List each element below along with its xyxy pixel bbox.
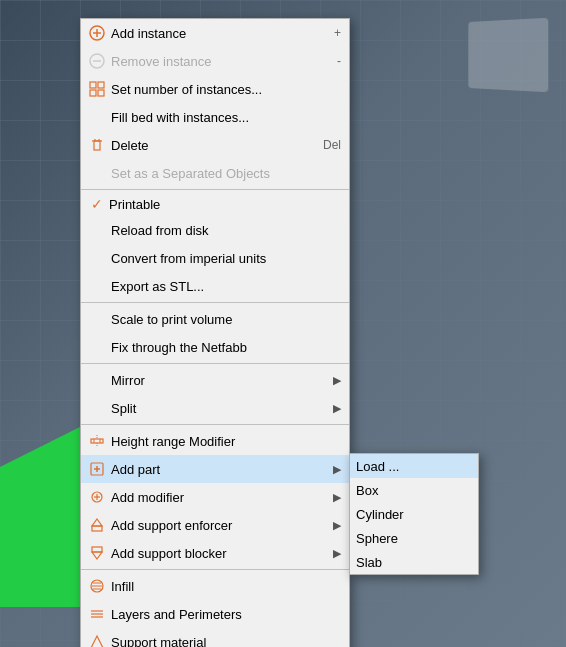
delete-icon (87, 135, 107, 155)
height-range-item[interactable]: Height range Modifier (81, 427, 349, 455)
support-material-icon (87, 632, 107, 647)
reload-item[interactable]: Reload from disk (81, 216, 349, 244)
add-modifier-arrow: ▶ (333, 491, 341, 504)
add-modifier-item[interactable]: Add modifier ▶ (81, 483, 349, 511)
delete-shortcut: Del (323, 138, 341, 152)
svg-rect-13 (91, 439, 103, 443)
submenu-sphere-label: Sphere (356, 531, 470, 546)
remove-instance-shortcut: - (337, 54, 341, 68)
convert-imperial-label: Convert from imperial units (111, 251, 341, 266)
mirror-item[interactable]: Mirror ▶ (81, 366, 349, 394)
fix-netfabb-icon (87, 337, 107, 357)
add-part-arrow: ▶ (333, 463, 341, 476)
printable-item[interactable]: ✓ Printable (81, 192, 349, 216)
context-menu: Add instance + Remove instance - Set num… (80, 18, 350, 647)
printable-check: ✓ (87, 196, 107, 212)
split-label: Split (111, 401, 325, 416)
support-material-item[interactable]: Support material (81, 628, 349, 647)
export-stl-item[interactable]: Export as STL... (81, 272, 349, 300)
fill-bed-label: Fill bed with instances... (111, 110, 341, 125)
svg-rect-6 (98, 82, 104, 88)
layers-icon (87, 604, 107, 624)
separator-4 (81, 424, 349, 425)
add-part-icon (87, 459, 107, 479)
submenu-slab-label: Slab (356, 555, 470, 570)
height-range-label: Height range Modifier (111, 434, 341, 449)
export-stl-icon (87, 276, 107, 296)
add-support-enforcer-icon (87, 515, 107, 535)
add-support-blocker-icon (87, 543, 107, 563)
set-separated-item[interactable]: Set as a Separated Objects (81, 159, 349, 187)
add-instance-item[interactable]: Add instance + (81, 19, 349, 47)
separator-3 (81, 363, 349, 364)
submenu-slab-item[interactable]: Slab (350, 550, 478, 574)
add-support-enforcer-label: Add support enforcer (111, 518, 325, 533)
svg-marker-27 (92, 552, 102, 559)
add-instance-icon (87, 23, 107, 43)
submenu-load-item[interactable]: Load ... (350, 454, 478, 478)
set-number-item[interactable]: Set number of instances... (81, 75, 349, 103)
mirror-label: Mirror (111, 373, 325, 388)
separator-1 (81, 189, 349, 190)
svg-rect-9 (94, 141, 100, 150)
split-arrow: ▶ (333, 402, 341, 415)
scale-print-item[interactable]: Scale to print volume (81, 305, 349, 333)
svg-marker-25 (92, 519, 102, 526)
reload-icon (87, 220, 107, 240)
submenu-box-item[interactable]: Box (350, 478, 478, 502)
add-support-blocker-label: Add support blocker (111, 546, 325, 561)
fix-netfabb-label: Fix through the Netfabb (111, 340, 341, 355)
set-separated-icon (87, 163, 107, 183)
infill-icon (87, 576, 107, 596)
split-item[interactable]: Split ▶ (81, 394, 349, 422)
svg-rect-8 (98, 90, 104, 96)
scale-print-label: Scale to print volume (111, 312, 341, 327)
svg-rect-26 (92, 547, 102, 552)
fill-bed-item[interactable]: Fill bed with instances... (81, 103, 349, 131)
3d-object (468, 18, 548, 92)
layers-perimeters-item[interactable]: Layers and Perimeters (81, 600, 349, 628)
mirror-icon (87, 370, 107, 390)
delete-item[interactable]: Delete Del (81, 131, 349, 159)
infill-label: Infill (111, 579, 341, 594)
printable-label: Printable (109, 197, 341, 212)
add-support-blocker-item[interactable]: Add support blocker ▶ (81, 539, 349, 567)
svg-rect-5 (90, 82, 96, 88)
svg-rect-7 (90, 90, 96, 96)
delete-label: Delete (111, 138, 303, 153)
height-range-icon (87, 431, 107, 451)
convert-imperial-item[interactable]: Convert from imperial units (81, 244, 349, 272)
set-number-label: Set number of instances... (111, 82, 341, 97)
export-stl-label: Export as STL... (111, 279, 341, 294)
svg-marker-35 (91, 636, 103, 647)
separator-2 (81, 302, 349, 303)
submenu-cylinder-item[interactable]: Cylinder (350, 502, 478, 526)
submenu-load-label: Load ... (356, 459, 470, 474)
convert-imperial-icon (87, 248, 107, 268)
add-support-enforcer-arrow: ▶ (333, 519, 341, 532)
submenu-sphere-item[interactable]: Sphere (350, 526, 478, 550)
add-support-enforcer-item[interactable]: Add support enforcer ▶ (81, 511, 349, 539)
layers-perimeters-label: Layers and Perimeters (111, 607, 341, 622)
remove-instance-label: Remove instance (111, 54, 317, 69)
add-modifier-icon (87, 487, 107, 507)
add-instance-label: Add instance (111, 26, 314, 41)
remove-instance-item[interactable]: Remove instance - (81, 47, 349, 75)
add-part-label: Add part (111, 462, 325, 477)
remove-instance-icon (87, 51, 107, 71)
infill-item[interactable]: Infill (81, 572, 349, 600)
set-separated-label: Set as a Separated Objects (111, 166, 341, 181)
fix-netfabb-item[interactable]: Fix through the Netfabb (81, 333, 349, 361)
scale-print-icon (87, 309, 107, 329)
svg-rect-24 (92, 526, 102, 531)
fill-bed-icon (87, 107, 107, 127)
support-material-label: Support material (111, 635, 341, 648)
submenu-cylinder-label: Cylinder (356, 507, 470, 522)
add-part-submenu: Load ... Box Cylinder Sphere Slab (349, 453, 479, 575)
separator-5 (81, 569, 349, 570)
reload-label: Reload from disk (111, 223, 341, 238)
set-number-icon (87, 79, 107, 99)
split-icon (87, 398, 107, 418)
add-support-blocker-arrow: ▶ (333, 547, 341, 560)
add-part-item[interactable]: Add part ▶ Load ... Box Cylinder Sphere … (81, 455, 349, 483)
